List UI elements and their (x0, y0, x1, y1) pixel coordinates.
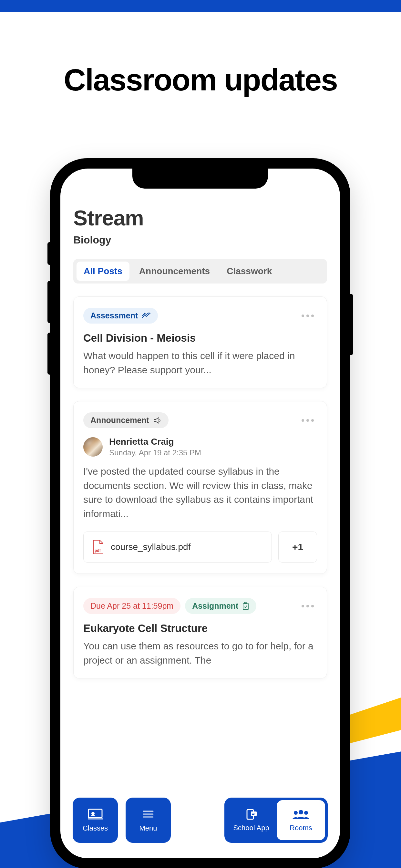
svg-rect-10 (251, 811, 257, 816)
badge-due-date: Due Apr 25 at 11:59pm (83, 598, 181, 614)
nav-rooms[interactable]: Rooms (277, 800, 325, 840)
svg-point-14 (294, 811, 298, 815)
school-app-icon (243, 808, 259, 820)
card-description: What would happen to this cell if it wer… (83, 349, 317, 377)
card-more-icon[interactable] (298, 416, 317, 425)
svg-point-4 (91, 812, 95, 815)
badge-label: Assessment (90, 311, 138, 320)
svg-text:pdf: pdf (95, 548, 101, 553)
rooms-icon (291, 808, 311, 820)
nav-label: Rooms (289, 824, 312, 832)
phone-side-button (48, 242, 52, 265)
svg-rect-1 (243, 603, 248, 610)
promo-top-bar (0, 0, 401, 12)
card-more-icon[interactable] (298, 311, 317, 320)
avatar (83, 437, 103, 457)
post-timestamp: Sunday, Apr 19 at 2:35 PM (109, 448, 201, 457)
promo-title: Classroom updates (0, 62, 401, 97)
page-title: Stream (73, 206, 327, 230)
pdf-icon: pdf (92, 539, 104, 554)
badge-assignment: Assignment (185, 598, 256, 614)
card-description: You can use them as resources to go to f… (83, 639, 317, 667)
nav-split-group: School App Rooms (224, 798, 328, 843)
phone-screen: Stream Biology All Posts Announcements C… (60, 168, 340, 858)
attachment-more-button[interactable]: +1 (278, 531, 317, 562)
tab-announcements[interactable]: Announcements (132, 261, 217, 281)
page-subtitle: Biology (73, 234, 327, 246)
phone-side-button (48, 281, 52, 323)
stream-card-announcement[interactable]: Announcement Henrietta Craig Sunday, Apr… (73, 401, 327, 574)
megaphone-icon (153, 417, 161, 424)
phone-side-button (348, 294, 353, 355)
tab-classwork[interactable]: Classwork (220, 261, 279, 281)
phone-notch (132, 168, 268, 189)
bottom-nav: Classes Menu School App Rooms (60, 798, 340, 843)
author-name: Henrietta Craig (109, 437, 201, 447)
card-more-icon[interactable] (298, 601, 317, 611)
nav-classes[interactable]: Classes (73, 798, 118, 843)
attachment-file[interactable]: pdf course_syllabus.pdf (83, 531, 272, 562)
card-description: I've posted the updated course syllabus … (83, 464, 317, 521)
nav-menu[interactable]: Menu (126, 798, 171, 843)
clipboard-check-icon (242, 602, 249, 610)
chart-icon (142, 313, 151, 319)
badge-assessment: Assessment (83, 308, 158, 323)
attachment-name: course_syllabus.pdf (111, 542, 190, 552)
stream-card-assignment[interactable]: Due Apr 25 at 11:59pm Assignment Eukaryo… (73, 587, 327, 678)
nav-label: Classes (83, 824, 108, 833)
classes-icon (87, 808, 103, 820)
stream-card-assessment[interactable]: Assessment Cell Division - Meiosis What … (73, 297, 327, 388)
phone-side-button (48, 333, 52, 375)
svg-point-15 (304, 811, 308, 815)
phone-frame: Stream Biology All Posts Announcements C… (50, 158, 350, 868)
tab-all-posts[interactable]: All Posts (76, 261, 129, 281)
stream-tabs: All Posts Announcements Classwork (73, 259, 327, 283)
nav-label: Menu (139, 824, 157, 833)
svg-rect-3 (89, 809, 102, 817)
card-title: Cell Division - Meiosis (83, 332, 317, 344)
badge-label: Announcement (90, 415, 149, 425)
badge-label: Assignment (192, 601, 238, 611)
nav-school-app[interactable]: School App (227, 800, 275, 840)
nav-label: School App (233, 824, 269, 832)
menu-icon (140, 808, 156, 820)
svg-point-13 (299, 810, 303, 814)
badge-announcement: Announcement (83, 412, 168, 428)
card-title: Eukaryote Cell Structure (83, 622, 317, 634)
